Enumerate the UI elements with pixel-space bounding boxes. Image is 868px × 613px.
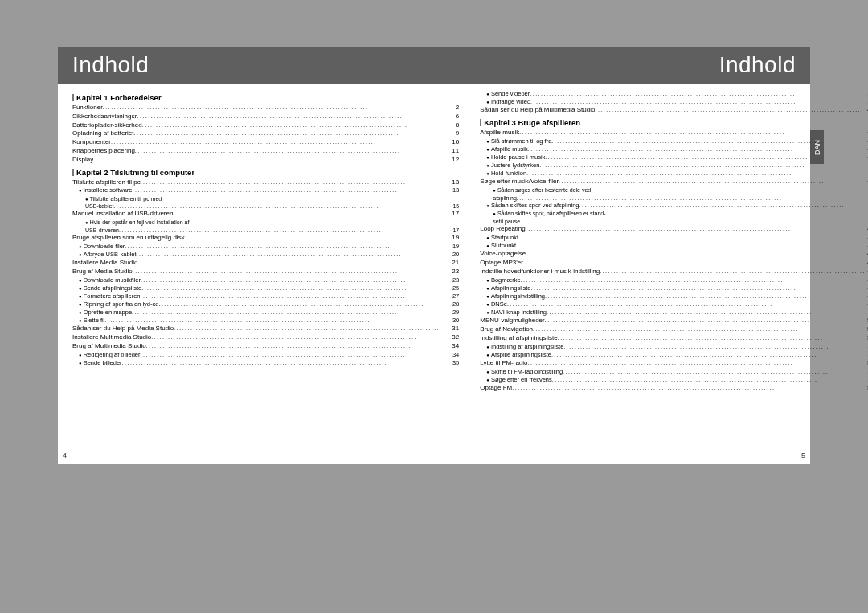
entry-label: Indstille hovedfunktioner i musik-indsti…: [480, 268, 600, 276]
leader-dots: [142, 121, 454, 129]
leader-dots: [119, 227, 451, 234]
bullet-icon: ●: [486, 301, 489, 308]
toc-entry: ●Indstilling af afspilningsliste53: [480, 343, 868, 351]
entry-label: Brug af Media Studio: [72, 268, 133, 276]
entry-label: Installere Media Studio: [72, 259, 137, 268]
entry-page: 2: [454, 104, 459, 112]
leader-dots: [530, 284, 866, 292]
leader-dots: [125, 243, 451, 250]
leader-dots: [526, 225, 866, 232]
bullet-icon: ●: [486, 138, 489, 145]
toc-entry: ●Hold-funktion42: [480, 170, 868, 178]
entry-label: Brug af Navigation: [480, 325, 533, 334]
entry-page: 19: [451, 243, 459, 251]
entry-label: DNSe: [491, 300, 507, 309]
entry-label: Formatere afspilleren: [84, 292, 141, 300]
entry-label: Skifte til FM-radioindstilling: [491, 368, 563, 376]
entry-label: Bruge afspilleren som en udtagelig disk: [72, 234, 185, 243]
toc-entry: ●Afspilningsliste47: [480, 284, 868, 292]
toc-entry: Sådan ser du Help på Multimedia Studio41: [480, 106, 868, 115]
leader-dots: [523, 259, 866, 266]
heading-bar-icon: [480, 119, 481, 126]
entry-page: 15: [451, 202, 459, 210]
entry-page: 13: [451, 186, 459, 194]
toc-entry: ●Redigering af billeder34: [72, 351, 459, 359]
bullet-icon: ●: [79, 243, 82, 250]
toc-entry: ●Formatere afspilleren27: [72, 292, 459, 300]
bullet-icon: ●: [486, 162, 489, 169]
entry-label: Sådan søges efter bestemte dele ved: [497, 186, 591, 194]
leader-dots: [551, 351, 866, 358]
toc-entry: Optage FM54: [480, 384, 868, 393]
toc-entry: ●Afbryde USB-kablet20: [72, 251, 459, 259]
leader-dots: [141, 292, 451, 300]
header-title-right: Indhold: [719, 52, 796, 78]
toc-entry: ●Sådan skiftes spor, når afspilleren er …: [480, 210, 868, 217]
entry-page: 8: [454, 121, 459, 130]
leader-dots: [111, 138, 450, 145]
page-number-right: 5: [801, 452, 805, 460]
bullet-icon: ●: [79, 309, 82, 316]
bullet-icon: ●: [493, 210, 496, 217]
entry-label: Afspilningsindstilling: [491, 292, 545, 300]
toc-column: ●Sende videoer37●Indfange video39Sådan s…: [465, 90, 868, 453]
leader-dots: [559, 178, 866, 185]
heading-label: Kapitel 3 Bruge afspilleren: [484, 118, 580, 127]
entry-label: Hvis der opstår en fejl ved installation…: [90, 219, 190, 226]
bullet-icon: ●: [486, 377, 489, 383]
heading-label: Kapitel 2 Tilslutning til computer: [76, 168, 194, 177]
bullet-icon: ●: [79, 352, 82, 358]
entry-label: Afbryde USB-kablet: [84, 251, 137, 259]
bullet-icon: ●: [486, 369, 489, 375]
bullet-icon: ●: [79, 293, 82, 300]
entry-label: Hold-funktion: [491, 170, 526, 178]
entry-page: 27: [451, 292, 459, 300]
bullet-icon: ●: [486, 99, 489, 105]
entry-label: Loop Repeating: [480, 225, 526, 234]
toc-entry: Sådan ser du Help på Media Studio31: [72, 325, 459, 333]
leader-dots: [600, 268, 866, 275]
entry-page: 23: [450, 268, 459, 276]
bullet-icon: ●: [85, 219, 88, 226]
entry-label: Afspilningsliste: [491, 284, 531, 292]
toc-entry: ●Slutpunkt44: [480, 242, 868, 250]
entry-label: Downloade musikfiler: [84, 276, 141, 284]
entry-label: Slå strømmen til og fra: [491, 137, 551, 145]
leader-dots: [512, 384, 866, 391]
toc-entry: ●Indfange video39: [480, 98, 868, 106]
entry-label: Redigering af billeder: [84, 351, 141, 359]
entry-page: 23: [451, 276, 459, 284]
section-heading: Kapitel 3 Bruge afspilleren: [480, 118, 868, 127]
entry-label: MENU-valgmuligheder: [480, 317, 544, 325]
leader-dots: [132, 309, 451, 316]
toc-entry: ●Sende videoer37: [480, 90, 868, 98]
entry-page: 25: [451, 284, 459, 292]
toc-entry: Brug af Multimedia Studio34: [72, 342, 459, 351]
leader-dots: [185, 234, 451, 241]
entry-label: Optage FM: [480, 384, 512, 393]
entry-page: 30: [451, 317, 459, 325]
entry-label: Indfange video: [491, 98, 530, 106]
entry-label: Sådan skiftes spor, når afspilleren er s…: [497, 210, 606, 217]
toc-content: Kapitel 1 ForberedelserFunktioner2Sikker…: [58, 90, 810, 453]
toc-entry: Installere Multimedia Studio32: [72, 333, 459, 342]
toc-entry: ●Slette fil30: [72, 317, 459, 325]
leader-dots: [174, 325, 450, 332]
bullet-icon: ●: [79, 317, 82, 324]
toc-entry: ●Justere lydstyrken42: [480, 161, 868, 170]
toc-entry: Opladning af batteriet9: [72, 129, 459, 138]
leader-dots: [545, 317, 866, 324]
entry-label: Manuel installation af USB-driveren: [72, 210, 173, 219]
leader-dots: [141, 284, 451, 292]
toc-entry: ●Skifte til FM-radioindstilling54: [480, 368, 868, 376]
toc-entry: Installere Media Studio21: [72, 259, 459, 268]
leader-dots: [521, 276, 866, 284]
toc-entry: Brug af Navigation52: [480, 325, 868, 334]
leader-dots: [563, 343, 866, 350]
entry-label: Indstilling af afspilningsliste: [491, 343, 563, 351]
entry-label: Slette fil: [84, 317, 105, 325]
entry-page: 17: [451, 227, 459, 234]
leader-dots: [122, 359, 451, 366]
leader-dots: [137, 112, 454, 120]
entry-label: Sådan ser du Help på Multimedia Studio: [480, 106, 595, 115]
